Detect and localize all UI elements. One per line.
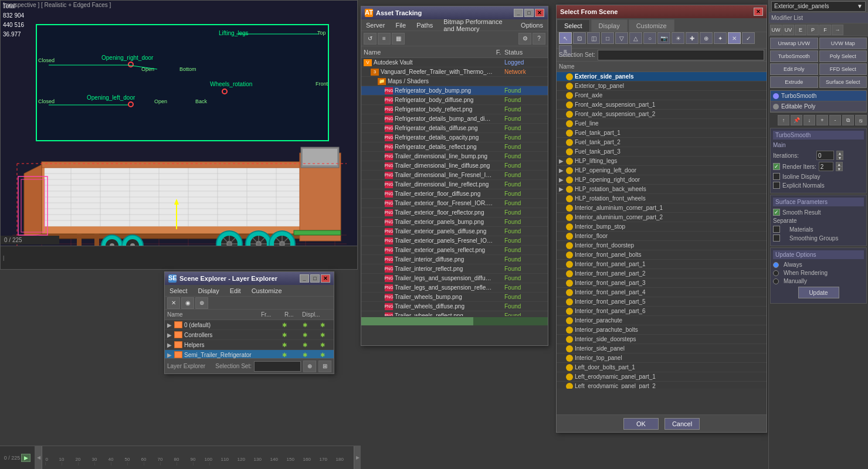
sfs-toolbar-1[interactable]: ↖ ⊡ ◫ □ ▽ △ ○ 📷 ☀ ✚ ⊕ ✦ ✕ ✓ ≡	[557, 32, 767, 49]
sfs-row-18[interactable]: Interior_front_doorstep	[557, 241, 767, 250]
rp-stack-pin[interactable]: 📌	[791, 115, 802, 125]
sfs-row-10[interactable]: ▶HLP_opening_left_door	[557, 166, 767, 175]
rp-iterations-row[interactable]: Iterations: ▲ ▼	[773, 151, 864, 160]
tb-list[interactable]: ≡	[378, 33, 391, 45]
asset-row-8[interactable]: PNGRefrigerator_details_opacity.pngFound	[361, 133, 548, 142]
sfs-row-17[interactable]: Interior_floor	[557, 232, 767, 241]
rp-icons-row-1[interactable]: UW UV E P F →	[769, 23, 868, 36]
sfs-row-14[interactable]: Interior_aluminium_corner_part_1	[557, 203, 767, 213]
rp-render-iters-row[interactable]: ✓ Render Iters: ▲ ▼	[773, 162, 864, 171]
rp-materials-check[interactable]	[773, 226, 780, 233]
rp-smooth-result-check[interactable]: ✓	[773, 209, 780, 216]
rp-icon-ffd[interactable]: F	[819, 25, 831, 35]
rp-smoothing-groups-check[interactable]	[773, 235, 780, 242]
sfs-close-controls[interactable]: ✕	[754, 8, 763, 16]
rp-explicit-normals-row[interactable]: Explicit Normals	[773, 182, 864, 189]
asset-row-13[interactable]: PNGTrailer_dimensional_line_reflect.pngF…	[361, 180, 548, 189]
asset-row-18[interactable]: PNGTrailer_exterior_panels_diffuse.pngFo…	[361, 227, 548, 236]
asset-row-10[interactable]: PNGTrailer_dimensional_line_bump.pngFoun…	[361, 152, 548, 161]
sfs-tb-shape[interactable]: ○	[643, 32, 656, 44]
rp-modifier-buttons[interactable]: Unwrap UVW UVW Map TurboSmooth Poly Sele…	[769, 36, 868, 89]
sfs-row-3[interactable]: Front_axle_suspension_part_1	[557, 100, 767, 110]
asset-row-0[interactable]: VAutodesk VaultLogged	[361, 58, 548, 67]
rp-render-iters-input[interactable]	[819, 162, 833, 171]
rp-isoline-row[interactable]: Isoline Display	[773, 173, 864, 180]
scene-menu-select[interactable]: Select	[167, 287, 190, 294]
transport-controls[interactable]: 0 / 225 ▶	[0, 446, 35, 469]
sfs-row-6[interactable]: Fuel_tank_part_1	[557, 128, 767, 138]
scene-close[interactable]: ✕	[321, 274, 330, 283]
sfs-tb-helper[interactable]: ✚	[686, 32, 699, 44]
sfs-row-12[interactable]: ▶HLP_rotation_back_wheels	[557, 185, 767, 194]
asset-row-23[interactable]: PNGTrailer_legs_and_suspension_diffuse.p…	[361, 274, 548, 283]
sfs-selection-set-input[interactable]	[598, 50, 764, 60]
rp-always-radio[interactable]	[773, 262, 779, 268]
window-controls[interactable]: _ □ ✕	[514, 9, 544, 17]
play-button[interactable]: ▶	[21, 454, 30, 462]
asset-row-4[interactable]: PNGRefrigerator_body_diffuse.pngFound	[361, 96, 548, 105]
asset-row-7[interactable]: PNGRefrigerator_details_diffuse.pngFound	[361, 124, 548, 133]
sfs-bottom-bar[interactable]: OK Cancel	[557, 414, 767, 432]
scene-menubar[interactable]: Select Display Edit Customize	[165, 285, 334, 297]
sfs-selection-row[interactable]: Selection Set:	[557, 49, 767, 62]
sfs-tb-filter[interactable]: ▽	[615, 32, 628, 44]
rp-smooth-result-row[interactable]: ✓ Smooth Result	[773, 209, 864, 216]
asset-row-14[interactable]: PNGTrailer_exterior_floor_diffuse.pngFou…	[361, 189, 548, 199]
asset-row-9[interactable]: PNGRefrigerator_details_reflect.pngFound	[361, 142, 548, 152]
asset-row-26[interactable]: PNGTrailer_wheels_diffuse.pngFound	[361, 302, 548, 311]
scene-row-1[interactable]: ▶Controllers✱✱✱	[165, 330, 334, 340]
rp-iterations-up[interactable]: ▲	[836, 151, 843, 155]
timeline-full[interactable]: 0 / 225 ▶ ◀ 0 10 20 30 40 50 60 70 80	[0, 446, 361, 469]
sfs-close-btn[interactable]: ✕	[754, 8, 763, 16]
rp-btn-ffd-select[interactable]: FFD Select	[819, 63, 867, 75]
asset-menubar[interactable]: Server File Paths Bitmap Performance and…	[361, 19, 548, 31]
rp-iterations-spinner[interactable]: ▲ ▼	[836, 151, 843, 160]
sfs-tab-select[interactable]: Select	[557, 19, 590, 32]
asset-toolbar[interactable]: ↺ ≡ ▦ ⚙ ?	[361, 31, 548, 46]
tb-grid[interactable]: ▦	[392, 33, 405, 45]
asset-row-5[interactable]: PNGRefrigerator_body_reflect.pngFound	[361, 105, 548, 114]
scene-row-0[interactable]: ▶0 (default)✱✱✱	[165, 320, 334, 330]
sfs-row-22[interactable]: Interior_front_panel_part_3	[557, 278, 767, 288]
scene-tb-select[interactable]: ◉	[181, 297, 194, 309]
sfs-row-15[interactable]: Interior_aluminium_corner_part_2	[557, 213, 767, 222]
sfs-tab-customize[interactable]: Customize	[629, 19, 674, 32]
menu-file[interactable]: File	[393, 22, 408, 29]
sfs-row-32[interactable]: Left_erodynamic_panel_part_1	[557, 372, 767, 382]
scene-menu-display[interactable]: Display	[196, 287, 222, 294]
scene-toolbar[interactable]: ✕ ◉ ⊕	[165, 297, 334, 310]
scene-menu-edit[interactable]: Edit	[228, 287, 243, 294]
asset-row-15[interactable]: PNGTrailer_exterior_floor_Fresnel_IOR.pn…	[361, 199, 548, 208]
rp-materials-row[interactable]: Materials	[773, 226, 864, 233]
sfs-list[interactable]: Exterior_side_panelsExterior_top_panelFr…	[557, 72, 767, 389]
sfs-tab-display[interactable]: Display	[591, 19, 628, 32]
asset-row-20[interactable]: PNGTrailer_exterior_panels_reflect.pngFo…	[361, 246, 548, 255]
rp-render-iters-spinner[interactable]: ▲ ▼	[836, 162, 843, 171]
asset-row-17[interactable]: PNGTrailer_exterior_panels_bump.pngFound	[361, 217, 548, 227]
scene-window-controls[interactable]: _ □ ✕	[300, 274, 330, 283]
rp-render-iters-up[interactable]: ▲	[836, 162, 843, 166]
rp-explicit-normals-check[interactable]	[773, 182, 780, 189]
sfs-row-29[interactable]: Interior_side_panel	[557, 344, 767, 354]
rp-isoline-check[interactable]	[773, 173, 780, 180]
rp-btn-turbosmooth[interactable]: TurboSmooth	[770, 50, 818, 62]
sfs-tb-x[interactable]: ✕	[728, 32, 741, 44]
scene-tb-extra2[interactable]: ⊞	[318, 361, 331, 372]
asset-row-16[interactable]: PNGTrailer_exterior_floor_reflector.pngF…	[361, 208, 548, 217]
asset-row-3[interactable]: PNGRefrigerator_body_bump.pngFound	[361, 86, 548, 96]
sfs-tb-cam[interactable]: 📷	[657, 32, 670, 44]
sfs-row-23[interactable]: Interior_front_panel_part_4	[557, 288, 767, 297]
rp-icon-poly[interactable]: P	[807, 25, 819, 35]
scene-menu-customize[interactable]: Customize	[249, 287, 284, 294]
sfs-tabs[interactable]: Select Display Customize	[557, 18, 767, 32]
asset-row-22[interactable]: PNGTrailer_interior_reflect.pngFound	[361, 264, 548, 274]
asset-row-25[interactable]: PNGTrailer_wheels_bump.pngFound	[361, 293, 548, 302]
sfs-row-16[interactable]: Interior_bump_stop	[557, 222, 767, 232]
rp-always-row[interactable]: Always	[773, 261, 864, 268]
rp-icon-uvw[interactable]: UV	[782, 25, 794, 35]
rp-iterations-input[interactable]	[816, 151, 834, 160]
asset-row-6[interactable]: PNGRefrigerator_details_bump_and_displac…	[361, 114, 548, 124]
scene-tb-extra1[interactable]: ⊕	[303, 361, 316, 372]
maximize-button[interactable]: □	[524, 9, 534, 17]
timeline[interactable]: |	[1, 246, 358, 269]
